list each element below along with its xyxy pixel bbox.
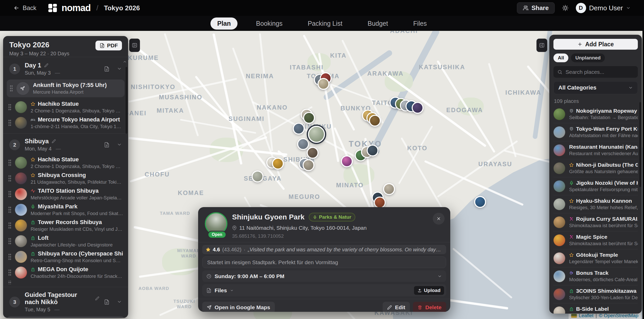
theme-toggle-button[interactable] bbox=[562, 5, 569, 11]
back-button[interactable]: Back bbox=[13, 4, 36, 12]
add-place-button[interactable]: Add Place bbox=[553, 39, 638, 50]
map-marker[interactable] bbox=[297, 138, 309, 150]
place-title: Restaurant Harunatei (Kanaya Po... bbox=[569, 144, 638, 150]
itinerary-item[interactable]: Treffpunkt für Abreise (7:55 Uhr)Bus Ter… bbox=[7, 316, 125, 318]
day-collapse-icon[interactable] bbox=[117, 142, 122, 147]
day-header[interactable]: 3Guided Tagestour nach NikkōTue, May 5— bbox=[3, 288, 128, 316]
brand-logo[interactable]: nomad bbox=[48, 3, 91, 13]
itinerary-item[interactable]: Miyashita ParkModerner Park mit Shops, F… bbox=[6, 202, 125, 218]
open-google-maps-button[interactable]: Open in Google Maps bbox=[202, 302, 275, 312]
map-marker[interactable] bbox=[367, 145, 378, 156]
place-subtitle: Modernes, dörfliches Café-Areal zum Ent.… bbox=[569, 277, 638, 282]
files-section[interactable]: Files Upload bbox=[202, 284, 446, 296]
bag-icon bbox=[31, 251, 35, 256]
drag-handle-icon[interactable] bbox=[8, 269, 11, 276]
itinerary-item[interactable]: Hachiko Statue2 Chome-1 Dogenzaka, Shibu… bbox=[6, 155, 125, 171]
export-pdf-button[interactable]: PDF bbox=[95, 41, 122, 50]
itinerary-item[interactable]: Ankunft in Tokyo (7:55 Uhr)Mercure Haned… bbox=[7, 79, 125, 97]
place-list-item[interactable]: Restaurant Harunatei (Kanaya Po...Restau… bbox=[553, 141, 638, 159]
drag-handle-icon[interactable] bbox=[8, 222, 11, 229]
map-marker[interactable] bbox=[369, 115, 381, 127]
place-list-item[interactable]: Jigoku Nozoki (View of Hell)Spektakuläre… bbox=[553, 177, 638, 195]
place-list-item[interactable]: B-Side LabelHochwertige, wasserfeste Sti… bbox=[553, 303, 638, 314]
itinerary-item[interactable]: MEGA Don QuijoteChaotischer 24h-Discount… bbox=[6, 265, 125, 280]
drag-handle-icon[interactable] bbox=[8, 159, 11, 166]
place-list-item[interactable]: Nihon-ji Daibutsu (The Great ...Größte a… bbox=[553, 159, 638, 177]
map-marker[interactable] bbox=[252, 171, 263, 182]
map-marker-selected[interactable] bbox=[308, 126, 325, 143]
itinerary-item[interactable]: Shibuya SkyPending bbox=[6, 280, 12, 284]
place-list-item[interactable]: 3COINS ShimokitazawaStylischer 300-Yen-L… bbox=[553, 285, 638, 303]
day-notes-icon[interactable] bbox=[104, 142, 110, 148]
category-filter[interactable]: All Categories bbox=[553, 81, 638, 94]
itinerary-item[interactable]: Shibuya Crossing21 Udagawacho, Shibuya, … bbox=[6, 171, 125, 186]
collapse-right-panel-button[interactable] bbox=[536, 39, 547, 52]
collapse-left-panel-button[interactable] bbox=[129, 39, 140, 52]
map-marker[interactable] bbox=[272, 158, 284, 170]
map-marker[interactable] bbox=[474, 196, 486, 208]
place-list-item[interactable]: Tokyo-Wan Ferry Port Kuriha...Abfahrtsst… bbox=[553, 123, 638, 141]
map-marker[interactable] bbox=[303, 112, 315, 124]
map-marker[interactable] bbox=[307, 147, 319, 159]
leaflet-link[interactable]: Leaflet bbox=[579, 313, 594, 318]
share-button[interactable]: Share bbox=[517, 2, 555, 14]
notes-input[interactable] bbox=[202, 256, 446, 268]
close-button[interactable] bbox=[433, 213, 445, 225]
place-list-item[interactable]: Hyaku-Shaku KannonRiesiges, 30 Meter hoh… bbox=[553, 195, 638, 213]
place-list-item[interactable]: Nokogiriyama Ropeway Sum...Seilbahn: Tal… bbox=[553, 105, 638, 123]
tab-files[interactable]: Files bbox=[407, 17, 434, 30]
itinerary-item[interactable]: Shibuya Parco (Cyberspace Shibuya)Retro-… bbox=[6, 249, 125, 265]
user-menu[interactable]: D Demo User bbox=[576, 3, 631, 13]
drag-handle-icon[interactable] bbox=[8, 253, 11, 260]
place-list-item[interactable]: Magic SpiceShimokitazawa ist berühmt für… bbox=[553, 231, 638, 249]
day-header[interactable]: 1Day 1Sun, May 3— bbox=[3, 59, 128, 79]
item-subtitle: Mercure Haneda Airport bbox=[33, 89, 121, 95]
day-header[interactable]: 2ShibuyaMon, May 4— bbox=[3, 135, 128, 155]
itinerary-item[interactable]: Mercure Tokyo Haneda Airport1-chōme-2-11… bbox=[6, 115, 125, 131]
map-marker[interactable] bbox=[412, 102, 424, 114]
panel-collapse-right-icon bbox=[539, 42, 545, 48]
day-collapse-icon[interactable] bbox=[117, 299, 122, 304]
map-marker[interactable] bbox=[293, 123, 305, 135]
place-list-item[interactable]: Rojiura Curry SAMURAI. Shim...Shimokitaz… bbox=[553, 213, 638, 231]
filter-unplanned[interactable]: Unplanned bbox=[571, 54, 605, 62]
map-marker[interactable] bbox=[317, 78, 329, 90]
map-marker[interactable] bbox=[383, 183, 395, 195]
search-input[interactable] bbox=[566, 69, 635, 75]
drag-handle-icon[interactable] bbox=[10, 85, 13, 92]
search-places[interactable] bbox=[553, 66, 638, 78]
tab-plan[interactable]: Plan bbox=[210, 17, 237, 30]
day-collapse-icon[interactable] bbox=[117, 66, 122, 71]
itinerary-scrollbar[interactable] bbox=[126, 67, 127, 134]
day-notes-icon[interactable] bbox=[104, 66, 110, 72]
drag-handle-icon[interactable] bbox=[8, 175, 11, 182]
upload-button[interactable]: Upload bbox=[414, 286, 444, 295]
osm-link[interactable]: © OpenStreetMap bbox=[599, 313, 638, 318]
itinerary-item[interactable]: Hachiko Statue2 Chome-1 Dogenzaka, Shibu… bbox=[6, 99, 125, 115]
tab-packing-list[interactable]: Packing List bbox=[301, 17, 349, 30]
opening-hours[interactable]: Sunday: 9:00 AM – 6:00 PM bbox=[202, 270, 446, 282]
drag-handle-icon[interactable] bbox=[8, 104, 11, 111]
places-scrollbar[interactable] bbox=[639, 102, 641, 187]
drag-handle-icon[interactable] bbox=[8, 206, 11, 213]
drag-handle-icon[interactable] bbox=[8, 280, 11, 284]
tab-budget[interactable]: Budget bbox=[361, 17, 395, 30]
drag-handle-icon[interactable] bbox=[8, 119, 11, 126]
scroll-up-icon[interactable] bbox=[123, 60, 127, 64]
tab-bookings[interactable]: Bookings bbox=[249, 17, 289, 30]
filter-all[interactable]: All bbox=[553, 54, 568, 62]
map-marker[interactable] bbox=[303, 159, 314, 171]
itinerary-item[interactable]: TAITO Station ShibuyaMehrstöckige Arcade… bbox=[6, 186, 125, 202]
itinerary-item[interactable]: LoftJapanischer Lifestyle- und Designsto… bbox=[6, 233, 125, 249]
map-marker[interactable] bbox=[341, 155, 353, 167]
itinerary-item[interactable]: Tower Records ShibuyaRiesiger Musikladen… bbox=[6, 218, 125, 233]
place-list-item[interactable]: Bonus TrackModernes, dörfliches Café-Are… bbox=[553, 267, 638, 285]
delete-button[interactable]: Delete bbox=[413, 302, 446, 312]
breadcrumb-separator: / bbox=[96, 4, 98, 12]
drag-handle-icon[interactable] bbox=[8, 191, 11, 198]
place-list-item[interactable]: Gōtokuji TempleLegendärer Tempel voller … bbox=[553, 249, 638, 267]
day-notes-icon[interactable] bbox=[104, 299, 110, 305]
drag-handle-icon[interactable] bbox=[8, 238, 11, 245]
map-marker[interactable] bbox=[374, 197, 386, 208]
edit-button[interactable]: Edit bbox=[383, 302, 410, 312]
